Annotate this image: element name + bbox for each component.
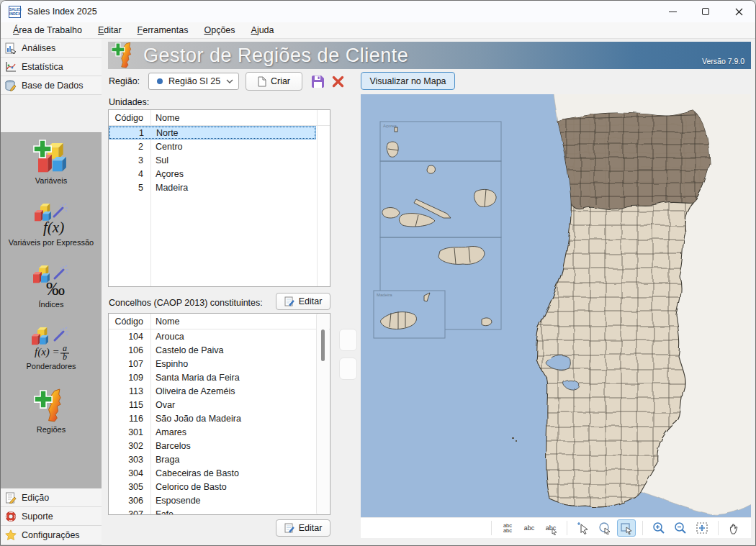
sidebar-item-suporte[interactable]: Suporte — [1, 507, 102, 526]
scrollbar[interactable] — [316, 314, 329, 514]
sidebar-item-estatistica[interactable]: Estatística — [1, 58, 102, 76]
splitter-button-2[interactable] — [339, 358, 357, 380]
table-row[interactable]: 301Amares — [109, 425, 316, 439]
zoom-in-tool[interactable] — [649, 519, 668, 537]
maximize-button[interactable] — [689, 1, 722, 22]
zoom-extent-icon — [696, 522, 708, 534]
table-row[interactable]: 306Esposende — [109, 493, 316, 507]
zoom-out-icon — [674, 522, 687, 534]
menu-item-opcoes[interactable]: Opções — [197, 24, 241, 37]
module-banner: Gestor de Regiões de Cliente Versão 7.9.… — [108, 42, 751, 69]
scatter-chart-icon — [5, 61, 17, 73]
sidebar-item-configuracoes[interactable]: Configurações — [1, 526, 102, 545]
delete-region-button[interactable] — [330, 73, 346, 89]
tool-regioes[interactable]: Regiões — [4, 387, 99, 449]
concelhos-label: Concelhos (CAOP 2013) constituintes: — [109, 298, 263, 308]
edit-concelhos-button-top[interactable]: Editar — [276, 293, 330, 310]
portugal-plus-icon — [112, 42, 136, 68]
minimize-button[interactable] — [656, 1, 689, 22]
tool-indices[interactable]: ‰ Índices — [4, 263, 99, 325]
menu-item-area-de-trabalho[interactable]: Área de Trabalho — [6, 24, 89, 37]
view-on-map-button[interactable]: Visualizar no Mapa — [361, 72, 455, 90]
scrollbar-thumb[interactable] — [321, 329, 325, 361]
table-row[interactable]: 106Castelo de Paiva — [109, 343, 316, 357]
tool-label: Variáveis — [35, 176, 67, 185]
region-bullet-icon — [157, 78, 163, 84]
create-region-label: Criar — [271, 76, 290, 86]
map-canvas[interactable]: Açores Madeira — [361, 94, 751, 517]
labels-select-tool[interactable]: abc — [541, 519, 560, 537]
pan-tool[interactable] — [725, 519, 744, 537]
title-bar: SALESINDEX Sales Index 2025 — [1, 1, 755, 22]
menu-item-ferramentas[interactable]: Ferramentas — [131, 24, 195, 37]
app-logo-icon: SALESINDEX — [9, 6, 21, 18]
tool-label: Variáveis por Expressão — [9, 238, 94, 247]
svg-text:f(x): f(x) — [43, 219, 64, 236]
table-row[interactable]: 307Fafe — [109, 507, 316, 515]
labels-select-icon: abc — [546, 525, 557, 531]
sidebar-item-base-de-dados[interactable]: Base de Dados — [1, 76, 102, 95]
select-pointer-icon — [577, 522, 590, 534]
table-row[interactable]: 2Centro — [109, 140, 316, 153]
table-row[interactable]: 4Açores — [109, 167, 316, 181]
select-rectangle-tool[interactable] — [617, 519, 636, 537]
labels-all-icon: abcabc — [503, 523, 512, 533]
table-row[interactable]: 303Braga — [109, 452, 316, 466]
splitter-button-1[interactable] — [339, 329, 357, 351]
concelhos-header: Código Nome — [109, 314, 330, 329]
base-de-dados-panel: Variáveis f(x) Variáveis por Expressão — [1, 132, 102, 526]
zoom-in-icon — [652, 522, 665, 534]
map-toolbar: abcabc abc abc — [361, 517, 751, 538]
table-row[interactable]: 116São João da Madeira — [109, 411, 316, 425]
edit-doc-icon — [5, 492, 17, 504]
region-label: Região: — [109, 76, 140, 86]
labels-all-tool[interactable]: abcabc — [498, 519, 517, 537]
region-select[interactable]: Região SI 25 — [148, 73, 239, 90]
chevron-down-icon — [226, 79, 233, 83]
toolbar-separator — [642, 521, 643, 535]
select-pointer-tool[interactable] — [574, 519, 593, 537]
menu-bar: Área de Trabalho Editar Ferramentas Opçõ… — [1, 22, 755, 39]
labels-tool[interactable]: abc — [520, 519, 539, 537]
column-header-nome: Nome — [150, 317, 179, 327]
sidebar-item-edicao[interactable]: Edição — [1, 488, 102, 507]
table-row[interactable]: 104Arouca — [109, 329, 316, 343]
sidebar-item-label: Base de Dados — [22, 81, 83, 91]
sidebar-item-label: Suporte — [22, 511, 53, 522]
table-row[interactable]: 305Celorico de Basto — [109, 480, 316, 493]
tool-ponderadores[interactable]: f(x) = a b Ponderadores — [4, 325, 99, 387]
save-region-button[interactable] — [310, 73, 325, 89]
window-title: Sales Index 2025 — [27, 6, 97, 17]
table-row[interactable]: 115Ovar — [109, 398, 316, 411]
table-row[interactable]: 302Barcelos — [109, 439, 316, 452]
table-row[interactable]: 304Cabeceiras de Basto — [109, 466, 316, 480]
create-region-button[interactable]: Criar — [246, 72, 302, 91]
sidebar-item-analises[interactable]: Análises — [1, 39, 102, 58]
edit-concelhos-button-bottom[interactable]: Editar — [276, 519, 330, 537]
tool-variaveis-por-expressao[interactable]: f(x) Variáveis por Expressão — [4, 201, 99, 263]
tool-variaveis[interactable]: Variáveis — [4, 140, 99, 201]
portugal-map: Açores Madeira — [361, 94, 751, 517]
cubes-wand-permille-icon: ‰ — [30, 263, 72, 298]
madeira-inset: Madeira — [374, 291, 445, 338]
menu-item-editar[interactable]: Editar — [91, 24, 128, 37]
column-header-codigo: Código — [109, 113, 150, 123]
table-row[interactable]: 113Oliveira de Azeméis — [109, 384, 316, 398]
zoom-extent-tool[interactable] — [693, 519, 711, 537]
table-row[interactable]: 109Santa Maria da Feira — [109, 370, 316, 384]
edit-icon — [284, 523, 294, 533]
region-select-value: Região SI 25 — [168, 76, 220, 86]
concelhos-table: Código Nome 104Arouca 106Castelo de Paiv… — [108, 313, 330, 515]
table-row[interactable]: 1Norte — [109, 126, 316, 140]
menu-item-ajuda[interactable]: Ajuda — [245, 24, 281, 37]
close-button[interactable] — [722, 1, 755, 22]
toolbar-separator — [567, 521, 567, 535]
zoom-out-tool[interactable] — [671, 519, 690, 537]
table-row[interactable]: 5Madeira — [109, 181, 316, 194]
table-row[interactable]: 107Espinho — [109, 357, 316, 370]
table-row[interactable]: 3Sul — [109, 153, 316, 167]
select-circle-tool[interactable] — [595, 519, 614, 537]
new-document-icon — [258, 76, 266, 87]
minimize-icon — [669, 12, 677, 12]
bar-chart-cursor-icon — [5, 42, 17, 54]
